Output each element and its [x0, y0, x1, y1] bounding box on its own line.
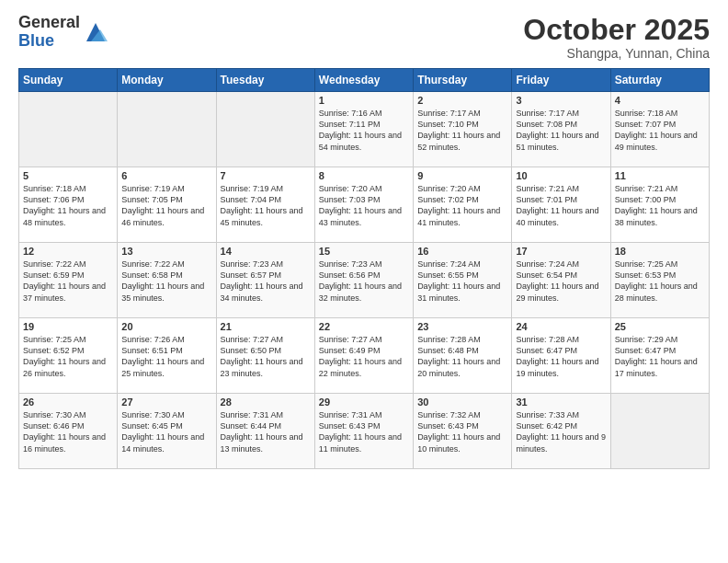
calendar-cell: 16Sunrise: 7:24 AMSunset: 6:55 PMDayligh…: [414, 243, 512, 318]
calendar-cell: 23Sunrise: 7:28 AMSunset: 6:48 PMDayligh…: [414, 318, 512, 394]
day-info: Sunrise: 7:33 AMSunset: 6:42 PMDaylight:…: [516, 409, 606, 454]
day-number: 18: [615, 246, 705, 257]
title-section: October 2025 Shangpa, Yunnan, China: [523, 14, 710, 61]
day-info: Sunrise: 7:28 AMSunset: 6:47 PMDaylight:…: [516, 334, 606, 379]
calendar-week-1: 5Sunrise: 7:18 AMSunset: 7:06 PMDaylight…: [19, 167, 710, 243]
day-number: 28: [221, 396, 311, 408]
day-number: 10: [516, 170, 606, 181]
day-number: 12: [23, 246, 113, 257]
calendar-cell: 4Sunrise: 7:18 AMSunset: 7:07 PMDaylight…: [610, 92, 709, 167]
calendar-cell: 3Sunrise: 7:17 AMSunset: 7:08 PMDaylight…: [512, 92, 610, 167]
calendar-cell: 7Sunrise: 7:19 AMSunset: 7:04 PMDaylight…: [216, 167, 314, 243]
calendar-cell: 10Sunrise: 7:21 AMSunset: 7:01 PMDayligh…: [512, 167, 610, 243]
day-number: 19: [23, 321, 113, 332]
calendar-header-wednesday: Wednesday: [314, 69, 413, 92]
calendar-cell: [216, 92, 314, 167]
logo-general: General: [18, 14, 80, 32]
day-number: 22: [319, 321, 409, 332]
calendar-cell: 26Sunrise: 7:30 AMSunset: 6:46 PMDayligh…: [19, 394, 118, 469]
header: General Blue October 2025 Shangpa, Yunna…: [18, 14, 710, 61]
day-number: 17: [516, 246, 606, 257]
calendar-cell: 14Sunrise: 7:23 AMSunset: 6:57 PMDayligh…: [216, 243, 314, 318]
day-info: Sunrise: 7:32 AMSunset: 6:43 PMDaylight:…: [417, 409, 507, 454]
calendar-cell: 15Sunrise: 7:23 AMSunset: 6:56 PMDayligh…: [314, 243, 413, 318]
logo-text: General Blue: [18, 14, 80, 51]
calendar-header-row: SundayMondayTuesdayWednesdayThursdayFrid…: [19, 69, 710, 92]
calendar-week-4: 26Sunrise: 7:30 AMSunset: 6:46 PMDayligh…: [19, 394, 710, 469]
calendar-cell: [19, 92, 118, 167]
calendar-header-sunday: Sunday: [19, 69, 118, 92]
day-number: 1: [319, 95, 409, 106]
calendar-header-tuesday: Tuesday: [216, 69, 314, 92]
day-info: Sunrise: 7:22 AMSunset: 6:59 PMDaylight:…: [23, 259, 113, 304]
day-number: 29: [319, 396, 409, 408]
day-info: Sunrise: 7:18 AMSunset: 7:07 PMDaylight:…: [615, 108, 705, 153]
day-number: 8: [319, 170, 409, 181]
calendar-cell: 11Sunrise: 7:21 AMSunset: 7:00 PMDayligh…: [610, 167, 709, 243]
day-number: 14: [221, 246, 311, 257]
calendar-cell: 5Sunrise: 7:18 AMSunset: 7:06 PMDaylight…: [19, 167, 118, 243]
day-info: Sunrise: 7:18 AMSunset: 7:06 PMDaylight:…: [23, 183, 113, 228]
calendar-cell: [118, 92, 216, 167]
calendar-week-3: 19Sunrise: 7:25 AMSunset: 6:52 PMDayligh…: [19, 318, 710, 394]
day-info: Sunrise: 7:26 AMSunset: 6:51 PMDaylight:…: [121, 334, 211, 379]
page: General Blue October 2025 Shangpa, Yunna…: [0, 0, 728, 563]
calendar-header-monday: Monday: [118, 69, 216, 92]
calendar-cell: 21Sunrise: 7:27 AMSunset: 6:50 PMDayligh…: [216, 318, 314, 394]
day-number: 21: [221, 321, 311, 332]
day-number: 9: [417, 170, 507, 181]
day-number: 24: [516, 321, 606, 332]
calendar-cell: 25Sunrise: 7:29 AMSunset: 6:47 PMDayligh…: [610, 318, 709, 394]
day-number: 2: [417, 95, 507, 106]
day-info: Sunrise: 7:27 AMSunset: 6:50 PMDaylight:…: [221, 334, 311, 379]
day-info: Sunrise: 7:27 AMSunset: 6:49 PMDaylight:…: [319, 334, 409, 379]
day-info: Sunrise: 7:16 AMSunset: 7:11 PMDaylight:…: [319, 108, 409, 153]
calendar-header-saturday: Saturday: [610, 69, 709, 92]
calendar-cell: 28Sunrise: 7:31 AMSunset: 6:44 PMDayligh…: [216, 394, 314, 469]
day-number: 7: [221, 170, 311, 181]
day-number: 5: [23, 170, 113, 181]
day-number: 6: [121, 170, 211, 181]
day-number: 26: [23, 396, 113, 408]
calendar-header-thursday: Thursday: [414, 69, 512, 92]
day-info: Sunrise: 7:21 AMSunset: 7:00 PMDaylight:…: [615, 183, 705, 228]
day-number: 20: [121, 321, 211, 332]
day-info: Sunrise: 7:29 AMSunset: 6:47 PMDaylight:…: [615, 334, 705, 379]
calendar-cell: 22Sunrise: 7:27 AMSunset: 6:49 PMDayligh…: [314, 318, 413, 394]
month-title: October 2025: [523, 14, 710, 46]
calendar-cell: 27Sunrise: 7:30 AMSunset: 6:45 PMDayligh…: [118, 394, 216, 469]
day-number: 16: [417, 246, 507, 257]
calendar-cell: 1Sunrise: 7:16 AMSunset: 7:11 PMDaylight…: [314, 92, 413, 167]
calendar-header-friday: Friday: [512, 69, 610, 92]
logo: General Blue: [18, 14, 109, 51]
day-info: Sunrise: 7:20 AMSunset: 7:02 PMDaylight:…: [417, 183, 507, 228]
day-number: 27: [121, 396, 211, 408]
day-info: Sunrise: 7:17 AMSunset: 7:10 PMDaylight:…: [417, 108, 507, 153]
calendar-cell: 29Sunrise: 7:31 AMSunset: 6:43 PMDayligh…: [314, 394, 413, 469]
calendar-cell: 24Sunrise: 7:28 AMSunset: 6:47 PMDayligh…: [512, 318, 610, 394]
day-number: 13: [121, 246, 211, 257]
day-number: 31: [516, 396, 606, 408]
day-info: Sunrise: 7:17 AMSunset: 7:08 PMDaylight:…: [516, 108, 606, 153]
calendar-cell: 13Sunrise: 7:22 AMSunset: 6:58 PMDayligh…: [118, 243, 216, 318]
day-info: Sunrise: 7:31 AMSunset: 6:44 PMDaylight:…: [221, 409, 311, 454]
day-info: Sunrise: 7:23 AMSunset: 6:56 PMDaylight:…: [319, 259, 409, 304]
day-info: Sunrise: 7:24 AMSunset: 6:54 PMDaylight:…: [516, 259, 606, 304]
day-info: Sunrise: 7:28 AMSunset: 6:48 PMDaylight:…: [417, 334, 507, 379]
day-info: Sunrise: 7:22 AMSunset: 6:58 PMDaylight:…: [121, 259, 211, 304]
calendar-cell: 12Sunrise: 7:22 AMSunset: 6:59 PMDayligh…: [19, 243, 118, 318]
calendar-cell: 20Sunrise: 7:26 AMSunset: 6:51 PMDayligh…: [118, 318, 216, 394]
day-number: 23: [417, 321, 507, 332]
calendar-cell: 18Sunrise: 7:25 AMSunset: 6:53 PMDayligh…: [610, 243, 709, 318]
day-number: 11: [615, 170, 705, 181]
day-info: Sunrise: 7:19 AMSunset: 7:04 PMDaylight:…: [221, 183, 311, 228]
calendar-cell: 8Sunrise: 7:20 AMSunset: 7:03 PMDaylight…: [314, 167, 413, 243]
logo-icon: [82, 18, 109, 46]
calendar-cell: 6Sunrise: 7:19 AMSunset: 7:05 PMDaylight…: [118, 167, 216, 243]
day-number: 25: [615, 321, 705, 332]
calendar-cell: 31Sunrise: 7:33 AMSunset: 6:42 PMDayligh…: [512, 394, 610, 469]
day-number: 3: [516, 95, 606, 106]
day-info: Sunrise: 7:30 AMSunset: 6:46 PMDaylight:…: [23, 409, 113, 454]
day-info: Sunrise: 7:20 AMSunset: 7:03 PMDaylight:…: [319, 183, 409, 228]
day-info: Sunrise: 7:19 AMSunset: 7:05 PMDaylight:…: [121, 183, 211, 228]
